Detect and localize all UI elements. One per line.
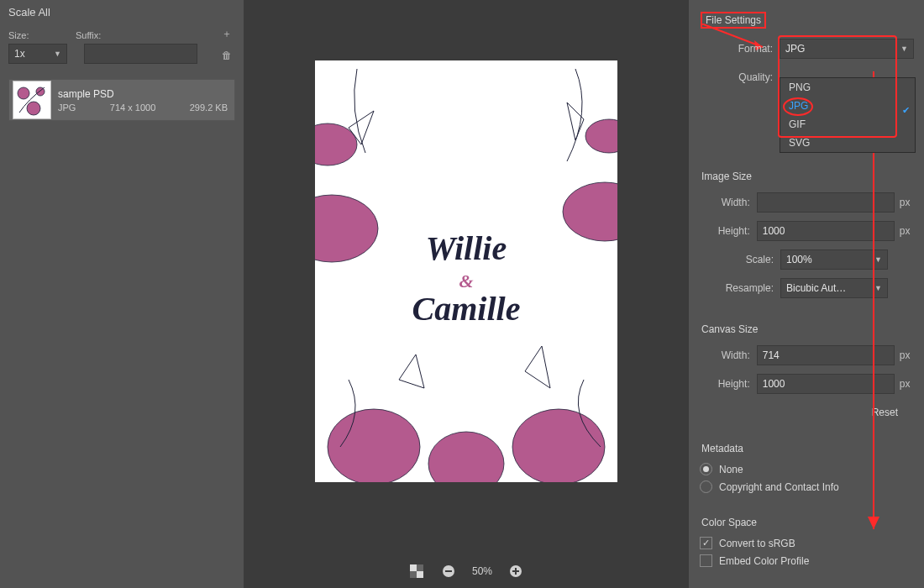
img-scale-select[interactable]: 100% ▼ — [780, 249, 888, 270]
size-label: Size: — [8, 30, 67, 40]
img-resample-value: Bicubic Aut… — [786, 282, 846, 294]
metadata-title: Metadata — [701, 443, 913, 454]
file-settings-title: File Settings — [701, 12, 766, 29]
chevron-down-icon: ▼ — [874, 255, 882, 264]
radio-icon — [700, 463, 712, 475]
preview-canvas: Willie & Camille — [315, 60, 617, 482]
svg-point-6 — [585, 119, 617, 153]
zoom-out-icon[interactable] — [440, 563, 457, 580]
format-value: JPG — [785, 43, 805, 55]
cv-height-unit: px — [900, 378, 913, 390]
img-scale-value: 100% — [786, 254, 812, 265]
colorspace-title: Color Space — [701, 517, 913, 528]
suffix-label: Suffix: — [76, 30, 197, 40]
embed-profile-check[interactable]: Embed Color Profile — [700, 554, 913, 567]
format-select[interactable]: JPG ▼ — [780, 39, 914, 59]
radio-icon — [700, 480, 712, 493]
format-option-svg[interactable]: SVG — [780, 134, 915, 152]
svg-point-8 — [428, 432, 504, 482]
format-option-png[interactable]: PNG — [780, 78, 915, 97]
preview-name1: Willie — [426, 228, 507, 268]
format-option-jpg[interactable]: JPG ✔ — [780, 97, 915, 115]
checkbox-icon — [700, 537, 712, 549]
svg-point-3 — [315, 195, 378, 262]
add-size-icon[interactable]: ＋ — [218, 25, 235, 42]
asset-name: sample PSD — [58, 88, 228, 100]
cv-width-label: Width: — [700, 349, 750, 361]
quality-label: Quality: — [699, 71, 773, 83]
img-height-label: Height: — [700, 225, 750, 237]
img-height-input[interactable] — [757, 221, 895, 241]
zoom-value: 50% — [472, 565, 492, 577]
asset-filesize: 299.2 KB — [190, 102, 228, 113]
img-width-label: Width: — [700, 197, 750, 208]
format-option-gif[interactable]: GIF — [780, 115, 915, 134]
checkbox-icon — [700, 554, 712, 567]
img-resample-label: Resample: — [700, 282, 774, 294]
chevron-down-icon: ▼ — [900, 45, 908, 53]
format-dropdown[interactable]: PNG JPG ✔ GIF SVG — [780, 77, 916, 153]
img-resample-select[interactable]: Bicubic Aut… ▼ — [780, 278, 888, 298]
svg-point-5 — [563, 182, 617, 241]
svg-point-0 — [18, 87, 29, 99]
asset-row[interactable]: sample PSD JPG 714 x 1000 299.2 KB — [8, 79, 235, 121]
svg-rect-14 — [445, 570, 452, 572]
cv-width-unit: px — [900, 349, 913, 361]
zoom-in-icon[interactable] — [507, 563, 524, 580]
chevron-down-icon: ▼ — [54, 50, 61, 58]
delete-size-icon[interactable]: 🗑 — [218, 47, 235, 64]
cv-width-input[interactable] — [757, 345, 895, 365]
img-width-unit: px — [900, 197, 913, 208]
preview-name2: Camille — [412, 289, 521, 328]
svg-rect-12 — [417, 571, 423, 578]
asset-thumbnail — [13, 81, 51, 119]
metadata-none-label: None — [719, 464, 743, 475]
img-height-unit: px — [900, 225, 913, 237]
asset-type: JPG — [58, 102, 76, 113]
asset-dimensions: 714 x 1000 — [110, 102, 155, 113]
size-select[interactable]: 1x ▼ — [8, 44, 67, 64]
suffix-input[interactable] — [84, 44, 197, 64]
convert-srgb-check[interactable]: Convert to sRGB — [700, 537, 913, 549]
cv-height-label: Height: — [700, 378, 750, 390]
img-width-input[interactable] — [757, 192, 895, 213]
scale-all-title: Scale All — [8, 6, 235, 18]
embed-profile-label: Embed Color Profile — [719, 555, 809, 567]
metadata-copyright-label: Copyright and Contact Info — [719, 481, 839, 493]
convert-srgb-label: Convert to sRGB — [719, 538, 795, 549]
reset-button[interactable]: Reset — [857, 401, 913, 424]
svg-rect-11 — [410, 564, 417, 571]
cv-height-input[interactable] — [757, 374, 895, 394]
svg-point-9 — [512, 409, 605, 482]
canvas-size-title: Canvas Size — [701, 323, 913, 335]
format-label: Format: — [699, 43, 773, 55]
chevron-down-icon: ▼ — [874, 284, 882, 292]
size-value: 1x — [14, 48, 25, 60]
metadata-copyright-radio[interactable]: Copyright and Contact Info — [700, 480, 913, 493]
checker-icon[interactable] — [408, 563, 425, 580]
metadata-none-radio[interactable]: None — [700, 463, 913, 475]
img-scale-label: Scale: — [700, 254, 774, 265]
svg-point-2 — [27, 102, 40, 115]
image-size-title: Image Size — [701, 171, 913, 182]
svg-rect-17 — [515, 568, 517, 575]
